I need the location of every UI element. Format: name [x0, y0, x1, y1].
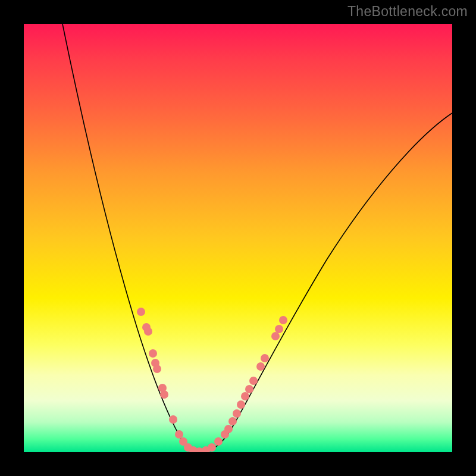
highlight-dot [137, 308, 145, 316]
highlight-dot [169, 415, 177, 424]
watermark-text: TheBottleneck.com [347, 4, 468, 20]
highlight-dot [261, 354, 269, 362]
highlight-dot [228, 417, 237, 425]
highlight-dot [279, 316, 287, 324]
highlight-dot [237, 400, 245, 409]
highlight-dot [271, 332, 280, 340]
highlight-dot [233, 409, 241, 418]
highlight-dot [214, 437, 223, 446]
highlight-dot [160, 390, 168, 399]
bottleneck-curve [62, 24, 452, 452]
highlight-dot [208, 443, 216, 452]
highlight-dot [149, 349, 157, 358]
highlight-dot [256, 362, 265, 371]
highlight-dot [241, 392, 249, 400]
highlight-dot [175, 430, 183, 439]
highlight-dot [275, 325, 283, 333]
highlight-dot [245, 385, 253, 393]
highlight-dot [153, 365, 161, 373]
highlight-dot [144, 327, 152, 336]
plot-area [24, 24, 452, 452]
chart-frame: TheBottleneck.com [0, 0, 476, 476]
highlight-dot [249, 377, 258, 385]
highlight-dot [224, 425, 233, 433]
highlight-dots [137, 308, 287, 452]
curve-layer [24, 24, 452, 452]
